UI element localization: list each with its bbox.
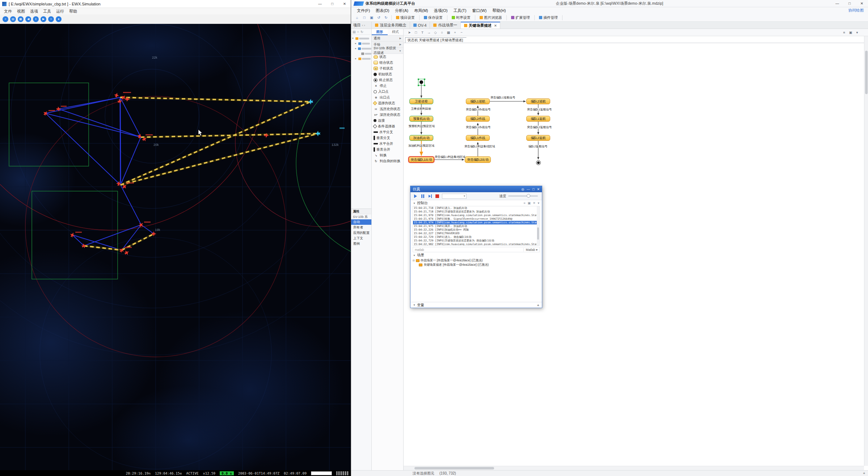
record-icon[interactable]: ● bbox=[56, 16, 62, 22]
menu-item[interactable]: 选项(O) bbox=[431, 8, 451, 13]
property-tab-2[interactable]: 应用的配置 bbox=[351, 230, 371, 236]
collapse-icon[interactable]: ⊟ bbox=[413, 259, 415, 262]
panel-arrows-icon[interactable]: ‹ › bbox=[362, 24, 365, 27]
matlab-engine-select[interactable]: Matlab ▾ bbox=[523, 248, 538, 252]
console-line[interactable]: 15:04:21,970 [INFO]com.huaxiang.simulati… bbox=[413, 214, 539, 217]
doc-tab-2[interactable]: 作战场景一 bbox=[430, 22, 461, 29]
expander-icon[interactable]: ▸ bbox=[355, 47, 357, 50]
toolbar-icon-1[interactable]: □ bbox=[361, 14, 367, 21]
console-line[interactable]: 15:04:21,974 [INFO]com.huaxiang.simulati… bbox=[413, 221, 539, 224]
matlab-input-row[interactable]: matlab Matlab ▾ bbox=[413, 247, 540, 252]
console-filter-icon[interactable]: ▾ bbox=[538, 201, 539, 205]
toolbar-button-1[interactable]: 保存设置 bbox=[422, 15, 445, 21]
sim-maximize-icon[interactable]: □ bbox=[532, 188, 534, 191]
palette-item-shallow-history[interactable]: H浅历史伪状态 bbox=[372, 106, 403, 112]
palette-item-condition[interactable]: 条件选择器 bbox=[372, 123, 403, 129]
property-tab-3[interactable]: 上下文 bbox=[351, 236, 371, 241]
palette-section[interactable]: 通用▶ bbox=[372, 35, 403, 42]
expander-icon[interactable]: ▸ bbox=[355, 57, 358, 60]
state-2[interactable]: 预警机出动 bbox=[409, 116, 433, 122]
palette-item-join-h[interactable]: 水平合并 bbox=[372, 141, 403, 147]
menu-item[interactable]: 文件 bbox=[1, 9, 14, 14]
sim-play-icon[interactable] bbox=[413, 194, 418, 199]
search-icon[interactable]: ○ bbox=[357, 30, 359, 34]
state-7[interactable]: 编队1作战 bbox=[466, 135, 490, 141]
state-4[interactable]: 突击编队1出动 bbox=[408, 156, 434, 163]
console-line[interactable]: 15:04:22,227 [INFO]TRAVERSED bbox=[413, 232, 539, 235]
palette-tab-1[interactable]: 样式 bbox=[388, 29, 404, 35]
doc-tab-0[interactable]: 顶层业务用概念 bbox=[372, 22, 410, 29]
scene-section-header[interactable]: ▼ 场景 bbox=[410, 252, 542, 258]
minimize-icon[interactable]: — bbox=[314, 0, 326, 8]
sim-minimize-icon[interactable]: — bbox=[527, 188, 530, 191]
console-line[interactable]: 15:04:22,226 [INFO]加油机出动++ 间隔 bbox=[413, 228, 539, 232]
console-scrollbar[interactable] bbox=[537, 206, 539, 245]
palette-item-entry-point[interactable]: 入口点 bbox=[372, 89, 403, 94]
console-export-icon[interactable]: ▣ bbox=[527, 201, 531, 205]
step-back-icon[interactable]: ◀ bbox=[25, 16, 31, 22]
menu-item[interactable]: 运行 bbox=[54, 9, 67, 14]
zoom-in-icon[interactable]: + bbox=[452, 30, 458, 35]
palette-item-final[interactable]: 终止状态 bbox=[372, 77, 403, 83]
menu-item[interactable]: 图表(D) bbox=[373, 8, 392, 13]
palette-section[interactable]: SV-10b 系统状态描述▼ bbox=[372, 48, 403, 54]
canvas-horizontal-scrollbar[interactable] bbox=[404, 466, 864, 470]
palette-item-fork-v[interactable]: 垂直分叉 bbox=[372, 135, 403, 141]
scrub-bar[interactable] bbox=[336, 471, 349, 475]
console-section-header[interactable]: ▼ 控制台 ≡ ▣ ✕ ▾ bbox=[410, 200, 542, 206]
scene-tree[interactable]: ⊟作战场景一 [作战场景一@4ea16ace] (已激活)关键场景描述 [作战场… bbox=[410, 258, 542, 268]
play-icon[interactable]: ▶ bbox=[41, 16, 46, 22]
collab-menu-item[interactable]: 协同绘图 bbox=[848, 8, 868, 13]
property-tab-1[interactable]: 所有者 bbox=[351, 225, 371, 230]
circle-tool-icon[interactable]: ○ bbox=[439, 30, 445, 35]
toolbar-icon-3[interactable]: ↺ bbox=[376, 14, 382, 21]
tree-node-4[interactable]: ▸ bbox=[351, 56, 371, 61]
menu-item[interactable]: 视图 bbox=[14, 9, 28, 14]
variables-section-header[interactable]: ▼ 变量 + bbox=[410, 302, 542, 308]
sim-step-icon[interactable] bbox=[427, 194, 433, 199]
speed-slider-knob[interactable] bbox=[527, 194, 530, 198]
scene-tree-node-1[interactable]: 关键场景描述 [作战场景一@4ea16ace] (已激活) bbox=[410, 263, 542, 267]
console-line[interactable]: 15:04:21,718 [INFO]进入. 加油机出动 bbox=[413, 206, 539, 210]
text-tool-icon[interactable]: T bbox=[420, 30, 425, 35]
palette-item-transition[interactable]: ↘转换 bbox=[372, 152, 403, 158]
close-icon[interactable]: ✕ bbox=[338, 0, 351, 8]
fast-forward-icon[interactable]: » bbox=[48, 16, 54, 22]
sim-stop-icon[interactable] bbox=[435, 194, 440, 199]
select-tool-icon[interactable]: ➤ bbox=[406, 30, 412, 35]
palette-item-terminate[interactable]: ✕停止 bbox=[372, 83, 403, 89]
menu-item[interactable]: 布局(M) bbox=[411, 8, 431, 13]
menu-item[interactable]: 分析(A) bbox=[392, 8, 411, 13]
speed-slider[interactable] bbox=[508, 195, 538, 197]
minimize-icon[interactable]: — bbox=[831, 0, 843, 8]
sim-output-select[interactable]: ▾ bbox=[442, 194, 467, 199]
tree-node-1[interactable]: ▸ bbox=[351, 41, 371, 46]
toolbar-button-3[interactable]: 图片浏览器 bbox=[477, 15, 504, 21]
property-tab-0[interactable]: 自动 bbox=[351, 219, 371, 225]
palette-item-self-transition[interactable]: ↻到自身的转换 bbox=[372, 158, 403, 164]
diamond-tool-icon[interactable]: ◇ bbox=[433, 30, 438, 35]
sim-close-icon[interactable]: ✕ bbox=[537, 188, 540, 191]
pause-icon[interactable]: ‖ bbox=[33, 16, 39, 22]
line-tool-icon[interactable]: → bbox=[426, 30, 432, 35]
canvas-vertical-scrollbar[interactable] bbox=[864, 36, 868, 466]
sim-pause-icon[interactable] bbox=[420, 194, 425, 199]
sim-pin-icon[interactable]: ◎ bbox=[521, 188, 524, 191]
add-variable-icon[interactable]: + bbox=[537, 303, 539, 307]
palette-item-initial[interactable]: 初始状态 bbox=[372, 71, 403, 77]
close-icon[interactable]: ✕ bbox=[856, 0, 868, 8]
menu-item[interactable]: 帮助 bbox=[67, 9, 80, 14]
console-line[interactable]: 15:04:21,718 [INFO]关键场景描述状态更改为 加油机出动 bbox=[413, 210, 539, 214]
layers-icon[interactable]: ▤ bbox=[10, 16, 16, 22]
tab-close-icon[interactable]: ✕ bbox=[494, 24, 497, 28]
doc-tab-1[interactable]: OV-4 bbox=[410, 22, 430, 29]
expander-icon[interactable]: ▾ bbox=[352, 37, 355, 40]
shape-tool-icon[interactable]: □ bbox=[413, 30, 419, 35]
menu-item[interactable]: 选项 bbox=[28, 9, 41, 14]
menu-item[interactable]: 帮助(H) bbox=[489, 8, 509, 13]
tree-node-2[interactable]: ▸ bbox=[351, 46, 371, 51]
simulation-window[interactable]: 仿真 ◎ — □ ✕ bbox=[410, 186, 542, 308]
scene-tree-node-0[interactable]: ⊟作战场景一 [作战场景一@4ea16ace] (已激活) bbox=[410, 258, 542, 263]
console-settings-icon[interactable]: ≡ bbox=[523, 201, 525, 205]
final-state[interactable] bbox=[536, 160, 541, 165]
